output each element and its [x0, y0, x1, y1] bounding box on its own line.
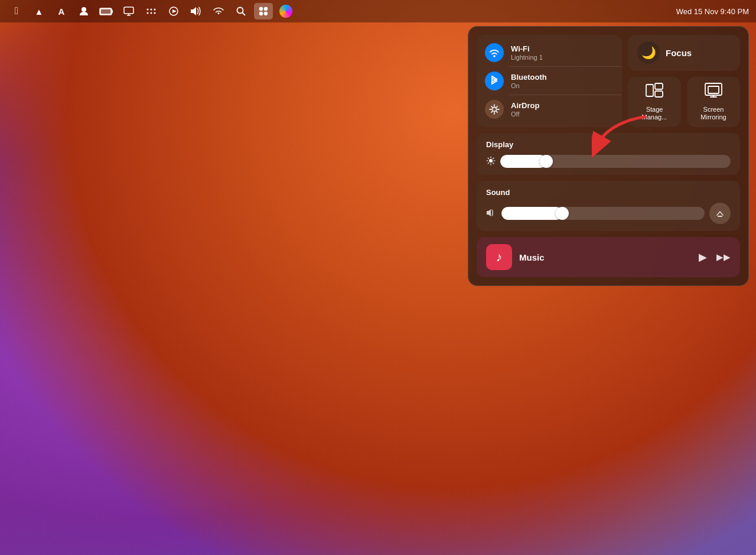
svg-line-14 — [243, 13, 246, 16]
music-app-label: Music — [519, 252, 692, 262]
brightness-icon — [486, 156, 496, 167]
music-play-button[interactable]: ▶ — [699, 251, 707, 264]
display-icon[interactable] — [119, 3, 138, 20]
screen-mirroring-icon — [705, 83, 722, 102]
svg-rect-2 — [112, 10, 113, 13]
airplay-button[interactable] — [709, 203, 731, 224]
siri-orb — [279, 5, 292, 18]
sound-title: Sound — [486, 188, 731, 197]
svg-point-18 — [265, 12, 268, 15]
svg-point-16 — [265, 8, 268, 11]
wifi-status: Lightning 1 — [511, 54, 543, 61]
control-center-panel: Wi-Fi Lightning 1 Bluetooth On — [468, 26, 749, 286]
right-column: 🌙 Focus Stage Manag... Screen Mirroring — [628, 35, 740, 127]
svg-point-13 — [237, 8, 243, 14]
svg-point-17 — [260, 12, 263, 15]
svg-marker-12 — [172, 9, 177, 13]
focus-icon: 🌙 — [637, 41, 660, 64]
play-icon[interactable] — [164, 3, 183, 20]
svg-point-5 — [147, 9, 149, 11]
apple-menu[interactable]:  — [7, 3, 26, 20]
wifi-item[interactable]: Wi-Fi Lightning 1 — [477, 38, 622, 67]
bottom-right-row: Stage Manag... Screen Mirroring — [628, 77, 740, 127]
music-skip-button[interactable]: ▶▶ — [716, 252, 731, 262]
svg-rect-22 — [655, 83, 663, 89]
music-section: ♪ Music ▶ ▶▶ — [477, 237, 740, 277]
stage-manager-label: Stage Manag... — [634, 106, 675, 121]
volume-icon[interactable] — [187, 3, 206, 20]
volume-icon-small — [486, 209, 497, 219]
svg-point-7 — [154, 9, 156, 11]
airdrop-text: AirDrop Off — [511, 101, 539, 118]
bluetooth-status: On — [511, 82, 547, 89]
stage-manager-icon — [646, 83, 663, 102]
bluetooth-item[interactable]: Bluetooth On — [477, 67, 622, 95]
dots-icon[interactable] — [142, 3, 161, 20]
controlcenter-icon[interactable] — [254, 3, 273, 20]
clock: Wed 15 Nov 9:40 PM — [676, 7, 749, 16]
airdrop-item[interactable]: AirDrop Off — [477, 95, 622, 124]
wifi-icon — [485, 43, 504, 62]
svg-rect-4 — [124, 7, 133, 14]
svg-point-26 — [489, 159, 493, 163]
brightness-slider-container — [486, 155, 731, 168]
svg-point-15 — [260, 8, 263, 11]
brightness-slider[interactable] — [500, 155, 731, 168]
wifi-text: Wi-Fi Lightning 1 — [511, 44, 543, 61]
svg-rect-27 — [718, 216, 722, 217]
airdrop-title: AirDrop — [511, 101, 539, 110]
focus-button[interactable]: 🌙 Focus — [628, 35, 740, 71]
music-controls: ▶ ▶▶ — [699, 251, 731, 264]
svg-rect-23 — [655, 91, 663, 97]
screen-mirroring-label: Screen Mirroring — [693, 106, 734, 121]
menubar-right: Wed 15 Nov 9:40 PM — [674, 7, 749, 16]
siri-icon[interactable] — [276, 3, 295, 20]
menubar-left:  ▲ A — [7, 3, 674, 20]
svg-point-0 — [82, 7, 86, 12]
wifi-title: Wi-Fi — [511, 44, 543, 53]
sound-section: Sound — [477, 181, 740, 231]
bluetooth-title: Bluetooth — [511, 73, 547, 82]
wifi-menubar-icon[interactable] — [209, 3, 228, 20]
sound-row — [486, 203, 731, 224]
substrata-icon[interactable]: ▲ — [30, 3, 48, 20]
volume-slider[interactable] — [501, 207, 705, 220]
stage-manager-button[interactable]: Stage Manag... — [628, 77, 681, 127]
bluetooth-icon — [485, 72, 504, 90]
display-title: Display — [486, 140, 731, 149]
svg-point-6 — [151, 9, 152, 11]
screen-mirroring-button[interactable]: Screen Mirroring — [687, 77, 740, 127]
svg-rect-21 — [646, 85, 653, 96]
bluetooth-text: Bluetooth On — [511, 73, 547, 89]
focus-label: Focus — [666, 48, 692, 58]
airdrop-status: Off — [511, 111, 539, 118]
connectivity-panel: Wi-Fi Lightning 1 Bluetooth On — [477, 35, 622, 127]
top-section: Wi-Fi Lightning 1 Bluetooth On — [477, 35, 740, 127]
font-icon[interactable]: A — [52, 3, 71, 20]
svg-rect-25 — [708, 86, 719, 93]
meet-icon[interactable] — [74, 3, 93, 20]
battery-icon[interactable] — [97, 3, 116, 20]
airdrop-icon — [485, 100, 504, 119]
menubar:  ▲ A W — [0, 0, 756, 22]
svg-point-19 — [493, 55, 496, 57]
svg-rect-3 — [100, 9, 111, 14]
search-icon[interactable] — [232, 3, 250, 20]
display-section: Display — [477, 133, 740, 175]
music-app-icon: ♪ — [486, 244, 512, 270]
svg-point-9 — [151, 12, 152, 14]
svg-point-10 — [154, 12, 156, 14]
svg-point-8 — [147, 12, 149, 14]
